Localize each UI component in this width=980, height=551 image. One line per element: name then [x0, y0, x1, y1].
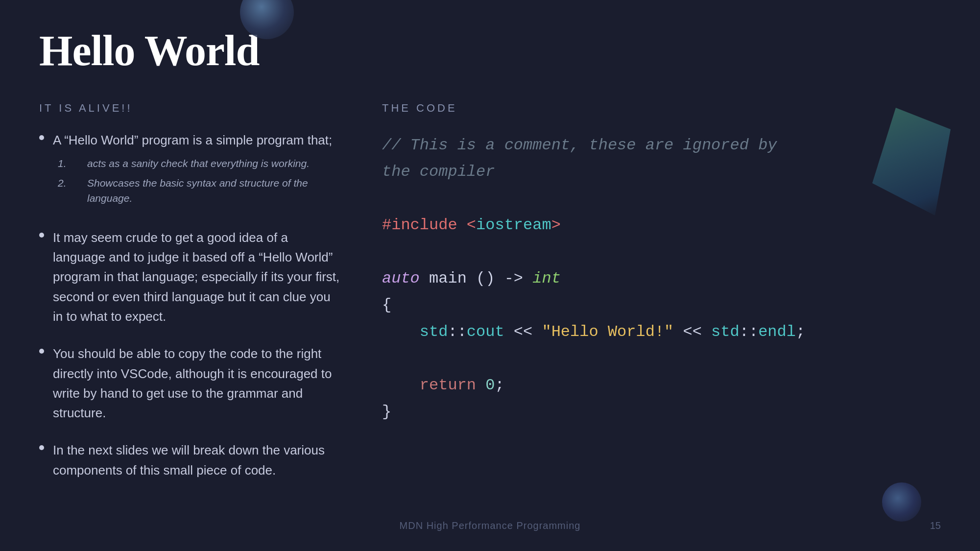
code-string: "Hello World!"	[542, 323, 673, 341]
bullet-text: In the next slides we will break down th…	[53, 440, 343, 480]
content-area: IT IS ALIVE!! A “Hello World” program is…	[39, 102, 941, 498]
code-std2: std	[711, 323, 740, 341]
bullet-text-label: A “Hello World” program is a simple prog…	[53, 133, 332, 147]
code-include-bracket-close: >	[551, 216, 561, 234]
code-line-close-brace: }	[382, 399, 941, 425]
code-main-text: main () ->	[420, 269, 532, 287]
list-item: In the next slides we will break down th…	[39, 440, 343, 480]
bullet-text-label: In the next slides we will break down th…	[53, 443, 325, 477]
left-section-label: IT IS ALIVE!!	[39, 102, 343, 115]
bullet-text-label: It may seem crude to get a good idea of …	[53, 230, 339, 324]
code-int-keyword: int	[532, 269, 561, 287]
code-include-name: iostream	[476, 216, 551, 234]
code-colons2: ::	[740, 323, 758, 341]
page-number: 15	[930, 520, 941, 531]
code-cout: cout	[467, 323, 504, 341]
right-section-label: THE CODE	[382, 102, 941, 115]
code-zero: 0	[485, 376, 495, 394]
bullet-dot-icon	[39, 233, 44, 238]
sub-text: Showcases the basic syntax and structure…	[87, 175, 343, 206]
code-op1: <<	[504, 323, 542, 341]
list-item: You should be able to copy the code to t…	[39, 344, 343, 423]
sub-list: 1. acts as a sanity check that everythin…	[53, 156, 343, 206]
code-return-space	[476, 376, 485, 394]
bullet-dot-icon	[39, 445, 44, 450]
bullet-text-label: You should be able to copy the code to t…	[53, 346, 332, 420]
code-close-brace: }	[382, 403, 391, 421]
code-block: // This is a comment, these are ignored …	[382, 132, 941, 425]
footer: MDN High Performance Programming	[0, 520, 980, 531]
code-semi1: ;	[796, 323, 805, 341]
bullet-dot-icon	[39, 349, 44, 354]
code-endl: endl	[758, 323, 796, 341]
code-line-include: #include <iostream>	[382, 212, 941, 239]
left-column: IT IS ALIVE!! A “Hello World” program is…	[39, 102, 343, 498]
code-hash: #include	[382, 216, 467, 234]
code-include-lib: <	[467, 216, 476, 234]
code-auto-keyword: auto	[382, 269, 420, 287]
bullet-text: You should be able to copy the code to t…	[53, 344, 343, 423]
bullet-dot-icon	[39, 135, 44, 140]
bullet-list: A “Hello World” program is a simple prog…	[39, 130, 343, 480]
code-comment-text: // This is a comment, these are ignored …	[382, 136, 777, 181]
code-open-brace: {	[382, 296, 391, 314]
code-return-keyword: return	[420, 376, 476, 394]
page-title: Hello World	[39, 29, 941, 72]
bullet-text: A “Hello World” program is a simple prog…	[53, 130, 343, 210]
code-colons1: ::	[448, 323, 466, 341]
sub-num: 1.	[58, 156, 87, 171]
code-std1: std	[420, 323, 448, 341]
sub-num: 2.	[58, 175, 87, 191]
footer-text: MDN High Performance Programming	[400, 520, 581, 531]
code-op2: <<	[673, 323, 711, 341]
list-item: It may seem crude to get a good idea of …	[39, 228, 343, 326]
code-line-return: return 0;	[382, 372, 941, 399]
code-line-open-brace: {	[382, 292, 941, 318]
deco-circle-bottom-right-icon	[882, 482, 921, 522]
list-item: 1. acts as a sanity check that everythin…	[58, 156, 343, 171]
bullet-text: It may seem crude to get a good idea of …	[53, 228, 343, 326]
code-line-main: auto main () -> int	[382, 265, 941, 292]
slide: Hello World IT IS ALIVE!! A “Hello World…	[0, 0, 980, 551]
code-line-cout: std::cout << "Hello World!" << std::endl…	[382, 319, 941, 345]
code-semi2: ;	[495, 376, 504, 394]
list-item: 2. Showcases the basic syntax and struct…	[58, 175, 343, 206]
sub-text: acts as a sanity check that everything i…	[87, 156, 310, 171]
list-item: A “Hello World” program is a simple prog…	[39, 130, 343, 210]
right-column: THE CODE // This is a comment, these are…	[382, 102, 941, 498]
code-line-comment: // This is a comment, these are ignored …	[382, 132, 941, 186]
